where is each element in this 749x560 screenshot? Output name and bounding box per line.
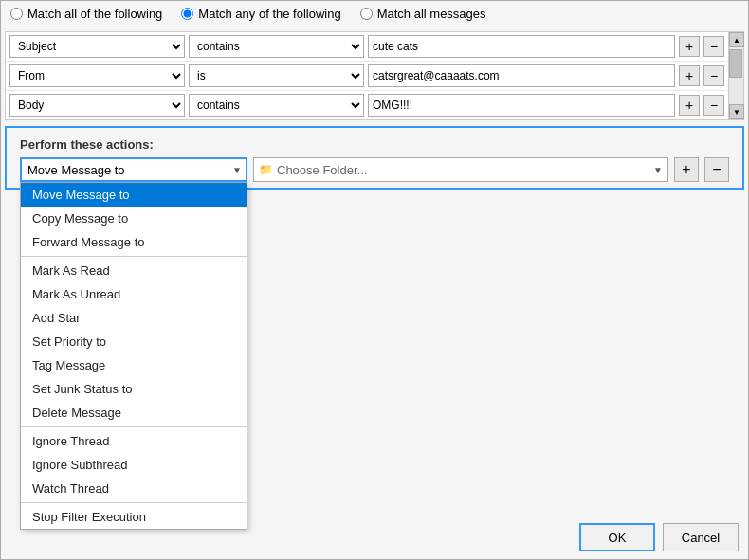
add-condition-3-button[interactable]: +	[679, 95, 700, 116]
scroll-down-button[interactable]: ▼	[729, 104, 744, 119]
dropdown-item-ignore-thread[interactable]: Ignore Thread	[21, 429, 247, 453]
operator-select-3[interactable]: containsis	[189, 94, 364, 117]
match-options-row: Match all of the following Match any of …	[1, 1, 748, 27]
dropdown-item-set-junk[interactable]: Set Junk Status to	[21, 377, 247, 401]
dropdown-sep-3	[21, 502, 247, 503]
ok-button[interactable]: OK	[579, 523, 655, 551]
dropdown-item-tag-message[interactable]: Tag Message	[21, 353, 247, 377]
add-condition-2-button[interactable]: +	[679, 65, 700, 86]
conditions-scrollbar[interactable]: ▲ ▼	[728, 32, 743, 119]
field-select-2[interactable]: SubjectFromBody	[9, 64, 185, 87]
match-any-option[interactable]: Match any of the following	[181, 7, 340, 21]
dropdown-item-set-priority[interactable]: Set Priority to	[21, 330, 247, 353]
conditions-wrapper: SubjectFromBody containsis + − SubjectFr…	[5, 31, 744, 120]
condition-row-2: SubjectFromBody containsis + −	[6, 62, 728, 91]
cancel-button[interactable]: Cancel	[663, 523, 739, 551]
remove-condition-1-button[interactable]: −	[703, 36, 724, 57]
dropdown-item-watch-thread[interactable]: Watch Thread	[21, 477, 247, 500]
actions-label: Perform these actions:	[10, 132, 739, 155]
folder-select-wrapper: 📁 Choose Folder...	[253, 157, 668, 182]
remove-condition-3-button[interactable]: −	[703, 95, 724, 116]
match-all-radio[interactable]	[10, 8, 23, 20]
remove-condition-2-button[interactable]: −	[703, 65, 724, 86]
actions-row: Move Message to Move Message to Copy Mes…	[10, 155, 739, 184]
action-dropdown-container: Move Message to Move Message to Copy Mes…	[20, 157, 247, 182]
scrollbar-thumb	[729, 49, 742, 78]
dropdown-item-mark-read[interactable]: Mark As Read	[21, 259, 247, 282]
scrollbar-thumb-area	[729, 47, 743, 104]
dropdown-item-ignore-subthread[interactable]: Ignore Subthread	[21, 453, 247, 477]
dropdown-sep-2	[21, 426, 247, 427]
operator-select-1[interactable]: containsis	[189, 35, 364, 58]
value-input-3[interactable]	[368, 94, 675, 117]
operator-select-2[interactable]: containsis	[189, 64, 364, 87]
filter-dialog: Match all of the following Match any of …	[0, 0, 749, 560]
match-all-option[interactable]: Match all of the following	[10, 7, 162, 21]
value-input-2[interactable]	[368, 64, 675, 87]
dropdown-item-mark-unread[interactable]: Mark As Unread	[21, 282, 247, 306]
dropdown-item-move[interactable]: Move Message to	[21, 183, 247, 207]
conditions-inner: SubjectFromBody containsis + − SubjectFr…	[6, 32, 728, 119]
action-dropdown-menu: Move Message to Copy Message to Forward …	[20, 182, 247, 530]
add-condition-1-button[interactable]: +	[679, 36, 700, 57]
dropdown-item-add-star[interactable]: Add Star	[21, 306, 247, 330]
actions-section: Perform these actions: Move Message to M…	[5, 126, 744, 190]
action-select[interactable]: Move Message to	[20, 157, 247, 182]
condition-row-1: SubjectFromBody containsis + −	[6, 32, 728, 62]
dropdown-item-stop-filter[interactable]: Stop Filter Execution	[21, 505, 247, 529]
match-all-messages-radio[interactable]	[360, 8, 373, 20]
action-select-wrapper: Move Message to	[20, 157, 247, 182]
match-all-label: Match all of the following	[27, 7, 162, 21]
scroll-up-button[interactable]: ▲	[729, 32, 744, 47]
folder-icon: 📁	[259, 163, 273, 176]
dropdown-sep-1	[21, 256, 247, 257]
dropdown-item-delete[interactable]: Delete Message	[21, 401, 247, 425]
match-any-label: Match any of the following	[198, 7, 340, 21]
field-select-3[interactable]: SubjectFromBody	[9, 94, 185, 117]
dropdown-item-forward[interactable]: Forward Message to	[21, 230, 247, 254]
dropdown-item-copy[interactable]: Copy Message to	[21, 207, 247, 230]
match-all-messages-label: Match all messages	[377, 7, 486, 21]
value-input-1[interactable]	[368, 35, 675, 58]
add-action-button[interactable]: +	[674, 157, 699, 182]
condition-row-3: SubjectFromBody containsis + −	[6, 91, 728, 119]
folder-select[interactable]: Choose Folder...	[253, 157, 668, 182]
match-all-messages-option[interactable]: Match all messages	[360, 7, 486, 21]
match-any-radio[interactable]	[181, 8, 193, 20]
remove-action-button[interactable]: −	[704, 157, 729, 182]
field-select-1[interactable]: SubjectFromBody	[9, 35, 185, 58]
